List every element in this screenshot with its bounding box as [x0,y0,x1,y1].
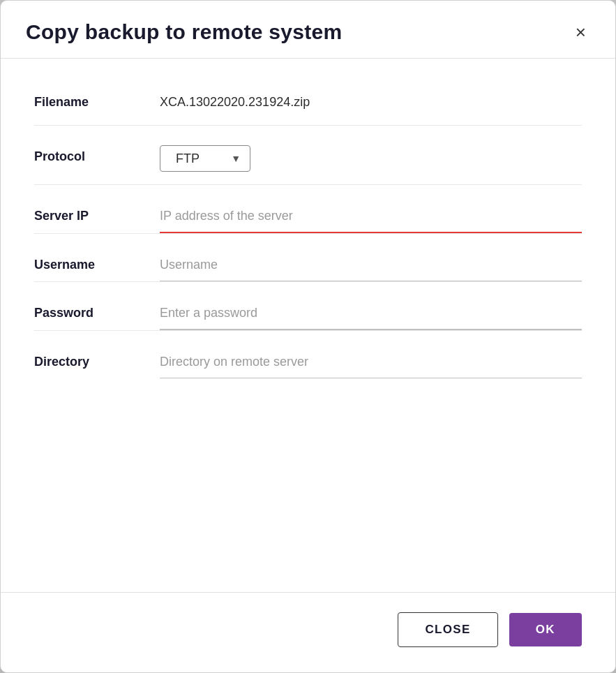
protocol-label: Protocol [34,145,160,164]
dialog-title: Copy backup to remote system [26,20,343,44]
dialog-body: Filename XCA.13022020.231924.zip Protoco… [1,59,615,592]
filename-label: Filename [34,91,160,110]
filename-row: Filename XCA.13022020.231924.zip [34,80,582,125]
directory-row: Directory [34,330,582,379]
username-input[interactable] [160,253,582,279]
password-input-wrapper [160,302,582,330]
dialog-header: Copy backup to remote system × [1,1,615,59]
server-ip-row: Server IP [34,184,582,233]
dialog-footer: CLOSE OK [1,592,615,672]
username-label: Username [34,253,160,272]
filename-value: XCA.13022020.231924.zip [160,91,582,125]
copy-backup-dialog: Copy backup to remote system × Filename … [0,0,616,673]
password-row: Password [34,281,582,330]
protocol-select-wrapper: FTP SFTP SCP SMB ▼ [160,145,250,172]
server-ip-input-wrapper [160,205,582,233]
server-ip-label: Server IP [34,205,160,223]
protocol-row: Protocol FTP SFTP SCP SMB ▼ [34,125,582,184]
directory-input[interactable] [160,350,582,376]
directory-input-wrapper [160,350,582,379]
server-ip-input[interactable] [160,205,582,230]
username-input-wrapper [160,253,582,282]
close-button[interactable]: CLOSE [398,612,497,647]
password-input[interactable] [160,302,582,327]
directory-label: Directory [34,350,160,369]
directory-underline [160,378,582,379]
password-label: Password [34,302,160,320]
spacer [34,378,582,575]
close-x-button[interactable]: × [571,22,590,43]
username-row: Username [34,233,582,282]
ok-button[interactable]: OK [509,613,582,646]
protocol-select[interactable]: FTP SFTP SCP SMB [160,145,250,172]
